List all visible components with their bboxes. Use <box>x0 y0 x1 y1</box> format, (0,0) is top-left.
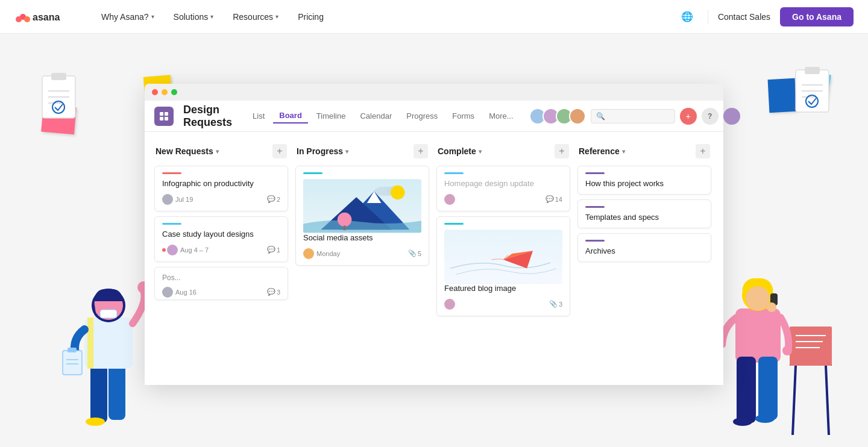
card-title: Infographic on productivity <box>162 179 280 189</box>
tab-forms[interactable]: Forms <box>446 109 480 123</box>
nav-solutions[interactable]: Solutions ▾ <box>166 8 221 25</box>
browser-expand-dot <box>171 89 177 95</box>
nav-pricing[interactable]: Pricing <box>291 8 331 25</box>
card-partial[interactable]: Pos... Aug 16 💬 3 <box>154 267 288 300</box>
sticky-pink <box>41 105 77 135</box>
ref-bar <box>585 240 605 242</box>
tab-list[interactable]: List <box>247 109 271 123</box>
svg-point-39 <box>733 417 752 426</box>
card-bar <box>303 172 322 174</box>
col-title-new-requests: New Requests ▾ <box>156 146 219 156</box>
card-avatar <box>444 299 455 310</box>
card-date: Aug 4 – 7 <box>180 246 209 254</box>
chevron-down-icon: ▾ <box>345 148 348 155</box>
tab-progress[interactable]: Progress <box>400 109 444 123</box>
app-nav-tabs: List Board Timeline Calendar Progress Fo… <box>247 108 520 123</box>
browser-bar <box>145 84 723 101</box>
user-avatar[interactable] <box>723 108 740 125</box>
col-add-new-requests[interactable]: + <box>272 144 287 158</box>
card-meta <box>444 194 455 205</box>
svg-rect-48 <box>160 117 163 120</box>
svg-rect-49 <box>165 117 168 120</box>
col-add-complete[interactable]: + <box>555 144 569 158</box>
header-right: 🔍 + ? <box>529 108 740 125</box>
card-comments: 💬 14 <box>546 195 562 203</box>
column-in-progress: In Progress ▾ + <box>295 142 429 375</box>
sticky-blue2 <box>768 78 797 113</box>
card-title: Social media assets <box>303 233 421 243</box>
svg-line-31 <box>826 366 829 435</box>
svg-rect-5 <box>51 73 66 80</box>
card-bar <box>444 223 464 225</box>
comments-partial: 💬 3 <box>267 288 280 296</box>
svg-rect-58 <box>344 225 346 230</box>
card-case-study[interactable]: Case study layout designs Aug 4 – 7 💬 <box>154 216 288 262</box>
chevron-down-icon: ▾ <box>275 13 278 20</box>
card-archives[interactable]: Archives <box>577 233 711 262</box>
column-new-requests: New Requests ▾ + Infographic on producti… <box>154 142 288 375</box>
col-title-reference: Reference ▾ <box>579 146 625 156</box>
ref-bar <box>585 172 605 174</box>
date-partial: Aug 16 <box>175 289 197 296</box>
tab-calendar[interactable]: Calendar <box>354 109 398 123</box>
card-footer: Monday 📎 5 <box>303 248 421 259</box>
svg-point-1 <box>16 16 22 22</box>
nav-resources[interactable]: Resources ▾ <box>225 8 286 25</box>
project-icon <box>154 107 174 126</box>
help-button[interactable]: ? <box>702 108 719 125</box>
svg-point-18 <box>86 417 105 426</box>
avatar-4 <box>569 108 586 125</box>
tab-timeline[interactable]: Timeline <box>310 109 352 123</box>
contact-sales-link[interactable]: Contact Sales <box>718 12 770 22</box>
card-avatar <box>167 245 178 255</box>
card-avatar <box>162 194 173 205</box>
navbar: asana Why Asana? ▾ Solutions ▾ Resources… <box>0 0 868 34</box>
comment-icon: 💬 <box>267 288 275 296</box>
sticky-blue <box>799 71 831 108</box>
tab-more[interactable]: More... <box>483 109 519 123</box>
card-social-media[interactable]: Social media assets Monday 📎 5 <box>295 166 429 266</box>
header-search[interactable]: 🔍 <box>591 109 675 123</box>
app-header: Design Requests List Board Timeline Cale… <box>145 101 723 132</box>
partial-text: Pos... <box>162 274 181 282</box>
card-meta: Aug 4 – 7 <box>162 245 209 255</box>
card-infographic[interactable]: Infographic on productivity Jul 19 💬 2 <box>154 166 288 211</box>
add-button[interactable]: + <box>680 108 697 125</box>
card-footer: Aug 4 – 7 💬 1 <box>162 245 280 255</box>
col-header-in-progress: In Progress ▾ + <box>295 142 429 161</box>
card-homepage[interactable]: Homepage design update 💬 14 <box>436 166 570 211</box>
svg-point-40 <box>755 414 775 423</box>
card-templates-specs[interactable]: Templates and specs <box>577 199 711 228</box>
logo[interactable]: asana <box>14 8 75 25</box>
card-blog-image[interactable]: Featured blog image 📎 3 <box>436 216 570 316</box>
ref-title: Archives <box>585 246 703 255</box>
nav-right: 🌐 Contact Sales Go to Asana <box>676 6 854 28</box>
col-header-complete: Complete ▾ + <box>436 142 570 161</box>
hero-section: Design Requests List Board Timeline Cale… <box>0 34 868 447</box>
svg-point-41 <box>782 346 792 355</box>
card-footer: 💬 14 <box>444 194 562 205</box>
svg-rect-32 <box>790 327 832 366</box>
col-add-in-progress[interactable]: + <box>414 144 428 158</box>
card-date: Jul 19 <box>175 196 193 203</box>
divider <box>708 10 708 24</box>
browser-minimize-dot <box>162 89 168 95</box>
svg-rect-25 <box>63 351 82 375</box>
col-header-reference: Reference ▾ + <box>577 142 711 161</box>
avatar-partial <box>162 287 173 298</box>
chevron-down-icon: ▾ <box>216 148 219 155</box>
tab-board[interactable]: Board <box>273 108 308 123</box>
svg-line-30 <box>793 366 796 435</box>
go-to-asana-button[interactable]: Go to Asana <box>780 7 854 27</box>
card-avatar <box>444 194 455 205</box>
attachment-icon: 📎 <box>549 300 558 308</box>
globe-icon[interactable]: 🌐 <box>676 6 698 28</box>
chevron-down-icon: ▾ <box>210 13 213 20</box>
svg-point-45 <box>767 302 776 312</box>
card-meta <box>444 299 455 310</box>
card-meta: Monday <box>303 248 340 259</box>
card-how-project-works[interactable]: How this project works <box>577 166 711 195</box>
nav-why-asana[interactable]: Why Asana? ▾ <box>94 8 162 25</box>
col-add-reference[interactable]: + <box>696 144 710 158</box>
nav-links: Why Asana? ▾ Solutions ▾ Resources ▾ Pri… <box>94 8 676 25</box>
